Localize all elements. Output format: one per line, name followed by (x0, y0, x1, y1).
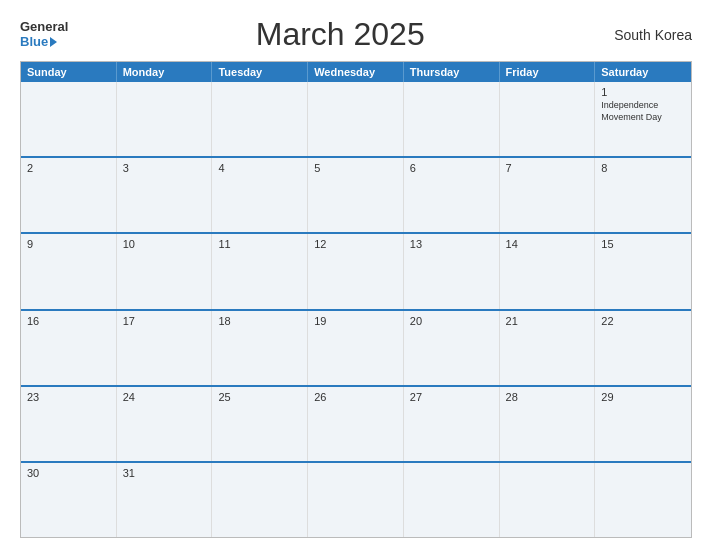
header-day-sunday: Sunday (21, 62, 117, 82)
country-label: South Korea (612, 27, 692, 43)
day-number: 15 (601, 238, 685, 250)
cal-cell: 27 (404, 387, 500, 461)
day-number: 29 (601, 391, 685, 403)
cal-cell: 21 (500, 311, 596, 385)
logo-blue-area: Blue (20, 35, 57, 49)
week-row-5: 23242526272829 (21, 385, 691, 461)
cal-cell (404, 463, 500, 537)
logo-triangle-icon (50, 37, 57, 47)
day-number: 6 (410, 162, 493, 174)
cal-cell: 26 (308, 387, 404, 461)
cal-cell: 19 (308, 311, 404, 385)
cal-cell: 12 (308, 234, 404, 308)
cal-cell (21, 82, 117, 156)
cal-cell: 30 (21, 463, 117, 537)
header-day-wednesday: Wednesday (308, 62, 404, 82)
cal-cell: 31 (117, 463, 213, 537)
header-day-friday: Friday (500, 62, 596, 82)
week-row-4: 16171819202122 (21, 309, 691, 385)
calendar: SundayMondayTuesdayWednesdayThursdayFrid… (20, 61, 692, 538)
cal-cell (500, 82, 596, 156)
day-number: 9 (27, 238, 110, 250)
day-number: 5 (314, 162, 397, 174)
header-day-saturday: Saturday (595, 62, 691, 82)
page: General Blue March 2025 South Korea Sund… (0, 0, 712, 550)
day-number: 7 (506, 162, 589, 174)
cal-cell (212, 82, 308, 156)
cal-cell (500, 463, 596, 537)
day-number: 22 (601, 315, 685, 327)
day-number: 28 (506, 391, 589, 403)
cal-cell (595, 463, 691, 537)
day-number: 30 (27, 467, 110, 479)
day-number: 19 (314, 315, 397, 327)
cal-cell: 17 (117, 311, 213, 385)
day-number: 10 (123, 238, 206, 250)
cal-cell: 20 (404, 311, 500, 385)
cal-cell: 29 (595, 387, 691, 461)
day-number: 27 (410, 391, 493, 403)
week-row-2: 2345678 (21, 156, 691, 232)
day-event: Independence Movement Day (601, 100, 685, 123)
cal-cell: 23 (21, 387, 117, 461)
day-number: 3 (123, 162, 206, 174)
cal-cell: 3 (117, 158, 213, 232)
header-day-tuesday: Tuesday (212, 62, 308, 82)
cal-cell: 11 (212, 234, 308, 308)
cal-cell: 9 (21, 234, 117, 308)
week-row-6: 3031 (21, 461, 691, 537)
logo: General Blue (20, 20, 68, 49)
day-number: 21 (506, 315, 589, 327)
cal-cell: 28 (500, 387, 596, 461)
day-number: 4 (218, 162, 301, 174)
logo-blue-text: Blue (20, 35, 48, 49)
header-day-thursday: Thursday (404, 62, 500, 82)
cal-cell: 25 (212, 387, 308, 461)
cal-cell: 4 (212, 158, 308, 232)
cal-cell: 1Independence Movement Day (595, 82, 691, 156)
day-number: 18 (218, 315, 301, 327)
cal-cell (308, 463, 404, 537)
cal-cell: 14 (500, 234, 596, 308)
cal-cell: 6 (404, 158, 500, 232)
cal-cell (212, 463, 308, 537)
calendar-header: SundayMondayTuesdayWednesdayThursdayFrid… (21, 62, 691, 82)
week-row-1: 1Independence Movement Day (21, 82, 691, 156)
day-number: 1 (601, 86, 685, 98)
day-number: 13 (410, 238, 493, 250)
cal-cell (308, 82, 404, 156)
cal-cell: 5 (308, 158, 404, 232)
day-number: 31 (123, 467, 206, 479)
cal-cell (117, 82, 213, 156)
cal-cell: 8 (595, 158, 691, 232)
cal-cell: 15 (595, 234, 691, 308)
day-number: 23 (27, 391, 110, 403)
week-row-3: 9101112131415 (21, 232, 691, 308)
cal-cell: 7 (500, 158, 596, 232)
cal-cell: 16 (21, 311, 117, 385)
day-number: 14 (506, 238, 589, 250)
cal-cell: 13 (404, 234, 500, 308)
cal-cell: 24 (117, 387, 213, 461)
calendar-body: 1Independence Movement Day23456789101112… (21, 82, 691, 537)
day-number: 17 (123, 315, 206, 327)
day-number: 2 (27, 162, 110, 174)
day-number: 12 (314, 238, 397, 250)
cal-cell: 2 (21, 158, 117, 232)
calendar-title: March 2025 (68, 16, 612, 53)
header-day-monday: Monday (117, 62, 213, 82)
cal-cell: 10 (117, 234, 213, 308)
cal-cell (404, 82, 500, 156)
day-number: 24 (123, 391, 206, 403)
day-number: 16 (27, 315, 110, 327)
cal-cell: 18 (212, 311, 308, 385)
day-number: 26 (314, 391, 397, 403)
day-number: 11 (218, 238, 301, 250)
day-number: 20 (410, 315, 493, 327)
header: General Blue March 2025 South Korea (20, 16, 692, 53)
day-number: 25 (218, 391, 301, 403)
cal-cell: 22 (595, 311, 691, 385)
day-number: 8 (601, 162, 685, 174)
logo-general-text: General (20, 20, 68, 34)
